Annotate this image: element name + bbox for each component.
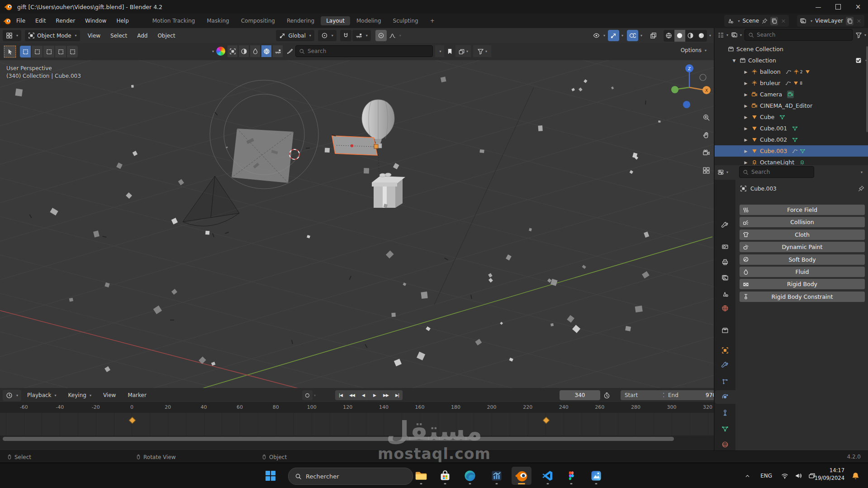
select-mode-set[interactable] bbox=[20, 46, 31, 57]
close-icon[interactable] bbox=[856, 18, 862, 24]
dynamic-paint-button[interactable]: Dynamic Paint bbox=[740, 242, 865, 252]
timeline-scrollbar[interactable] bbox=[0, 435, 714, 450]
wifi-icon[interactable] bbox=[781, 463, 788, 488]
expand-arrow[interactable]: ▶ bbox=[743, 104, 749, 108]
workspace-tab-+[interactable]: + bbox=[425, 16, 440, 25]
active-tool-select-box[interactable] bbox=[4, 45, 16, 58]
viewport-menu-add[interactable]: Add bbox=[132, 33, 152, 39]
output-tab[interactable] bbox=[715, 255, 735, 269]
menu-help[interactable]: Help bbox=[111, 14, 133, 28]
select-mode-subtract[interactable] bbox=[43, 46, 54, 57]
timeline-menu-marker[interactable]: Marker bbox=[122, 388, 152, 402]
navigation-gizmo[interactable]: ZX bbox=[668, 62, 711, 112]
taskbar-app-edge[interactable] bbox=[460, 467, 480, 485]
notification-bell-icon[interactable] bbox=[851, 463, 860, 488]
frame-end-field[interactable]: End970 bbox=[664, 390, 720, 400]
rigid-body-button[interactable]: Rigid Body bbox=[740, 279, 865, 289]
render-tab[interactable] bbox=[715, 240, 735, 254]
snap-toggle[interactable] bbox=[340, 30, 351, 41]
workspace-tab-masking[interactable]: Masking bbox=[201, 16, 234, 25]
viewport-menu-object[interactable]: Object bbox=[152, 33, 180, 39]
shading-material-button[interactable] bbox=[685, 30, 696, 42]
jump-end-button[interactable]: ▶| bbox=[392, 390, 403, 400]
menu-render[interactable]: Render bbox=[51, 14, 80, 28]
expand-arrow[interactable]: ▶ bbox=[743, 160, 749, 165]
material-tab[interactable] bbox=[715, 438, 735, 451]
workspace-tab-motion-tracking[interactable]: Motion Tracking bbox=[147, 16, 200, 25]
visibility-dropdown[interactable]: ▾ bbox=[591, 30, 607, 41]
object-tab[interactable] bbox=[715, 344, 735, 357]
properties-search-input[interactable]: Search bbox=[739, 166, 814, 178]
scene-selector[interactable]: ▾ Scene bbox=[724, 15, 789, 27]
outliner-row-cinema_4d_editor[interactable]: ▶CINEMA_4D_Editor bbox=[715, 100, 868, 111]
falloff-dropdown[interactable]: ▾ bbox=[387, 30, 403, 41]
tool-option-1[interactable] bbox=[228, 45, 237, 57]
expand-arrow[interactable]: ▶ bbox=[743, 81, 749, 86]
outliner-row-cube.001[interactable]: ▶Cube.001 bbox=[715, 123, 868, 134]
shading-solid-button[interactable] bbox=[674, 30, 685, 42]
rigid-body-constraint-button[interactable]: Rigid Body Constraint bbox=[740, 292, 865, 302]
camera-view-icon[interactable] bbox=[702, 149, 710, 157]
outliner-row-collection[interactable]: ▼Collection bbox=[715, 55, 868, 66]
bookmark-icon[interactable] bbox=[446, 48, 453, 55]
expand-arrow[interactable]: ▶ bbox=[743, 92, 749, 97]
physics-tab[interactable] bbox=[715, 390, 735, 404]
force-field-button[interactable]: Force Field bbox=[740, 205, 865, 215]
particles-tab[interactable] bbox=[715, 375, 735, 388]
select-mode-extend[interactable] bbox=[32, 46, 43, 57]
brush-icon[interactable] bbox=[286, 48, 293, 55]
fluid-button[interactable]: Fluid bbox=[740, 267, 865, 277]
maximize-button[interactable] bbox=[828, 0, 848, 14]
timeline-editor-type-button[interactable]: ▾ bbox=[3, 390, 21, 401]
frame-start-field[interactable]: Start1 bbox=[621, 390, 670, 400]
workspace-tab-sculpting[interactable]: Sculpting bbox=[388, 16, 424, 25]
viewport-search-input[interactable]: Search bbox=[295, 45, 433, 57]
expand-arrow[interactable]: ▶ bbox=[743, 115, 749, 120]
ortho-grid-icon[interactable] bbox=[702, 167, 710, 174]
menu-edit[interactable]: Edit bbox=[30, 14, 51, 28]
tool-option-2[interactable] bbox=[239, 45, 249, 57]
expand-arrow[interactable]: ▶ bbox=[743, 149, 749, 153]
taskbar-app-blender[interactable] bbox=[512, 467, 531, 485]
outliner-row-bruleur[interactable]: ▶bruleur8 bbox=[715, 77, 868, 89]
outliner-filter-button[interactable]: ▾ bbox=[855, 32, 866, 38]
outliner-row-cube[interactable]: ▶Cube bbox=[715, 111, 868, 123]
auto-keying-toggle[interactable] bbox=[302, 390, 313, 400]
language-indicator[interactable]: ENG bbox=[760, 463, 772, 488]
outliner-editor-type-button[interactable]: ▾ bbox=[717, 32, 728, 38]
transform-orientation-dropdown[interactable]: Global▾ bbox=[276, 30, 314, 41]
zoom-icon[interactable] bbox=[702, 114, 710, 121]
properties-editor-type-button[interactable]: ▾ bbox=[717, 169, 728, 176]
panel-collapse-chevron[interactable]: ▾ bbox=[212, 49, 214, 53]
timeline-menu-playback[interactable]: Playback▾ bbox=[21, 388, 62, 402]
cloth-button[interactable]: Cloth bbox=[740, 230, 865, 240]
play-reverse-button[interactable]: ◀ bbox=[358, 390, 369, 400]
snap-settings-dropdown[interactable]: ▾ bbox=[352, 30, 371, 41]
outliner-row-scene collection[interactable]: Scene Collection bbox=[715, 43, 868, 55]
workspace-tab-layout[interactable]: Layout bbox=[321, 16, 350, 25]
properties-options-chevron[interactable]: ▾ bbox=[861, 170, 863, 174]
shading-wireframe-button[interactable] bbox=[664, 30, 674, 42]
collection-tab[interactable] bbox=[715, 324, 735, 337]
tool-option-globe[interactable] bbox=[261, 45, 271, 57]
prev-keyframe-button[interactable]: ◀◀ bbox=[346, 390, 357, 400]
outliner-row-balloon[interactable]: ▶balloon2 bbox=[715, 66, 868, 77]
expand-arrow[interactable]: ▶ bbox=[743, 138, 749, 142]
tool-option-3[interactable] bbox=[250, 45, 260, 57]
taskbar-app-figma[interactable] bbox=[561, 467, 581, 485]
modifier-tab[interactable] bbox=[715, 359, 735, 372]
workspace-tab-rendering[interactable]: Rendering bbox=[281, 16, 320, 25]
editor-type-button[interactable]: ▾ bbox=[3, 30, 21, 41]
new-scene-icon[interactable] bbox=[770, 17, 778, 25]
taskbar-app-task-manager[interactable] bbox=[487, 467, 507, 485]
keyframe-diamond[interactable] bbox=[129, 417, 136, 424]
outliner-row-cube.002[interactable]: ▶Cube.002 bbox=[715, 134, 868, 145]
expand-arrow[interactable]: ▼ bbox=[731, 58, 737, 63]
menu-window[interactable]: Window bbox=[80, 14, 111, 28]
pin-icon[interactable] bbox=[762, 18, 768, 24]
close-button[interactable]: × bbox=[848, 0, 868, 14]
timeline-channels[interactable] bbox=[0, 413, 714, 435]
outliner-row-camera[interactable]: ▶Camera bbox=[715, 89, 868, 100]
new-viewlayer-icon[interactable] bbox=[846, 17, 854, 25]
taskbar-search-input[interactable]: Rechercher bbox=[288, 468, 413, 485]
